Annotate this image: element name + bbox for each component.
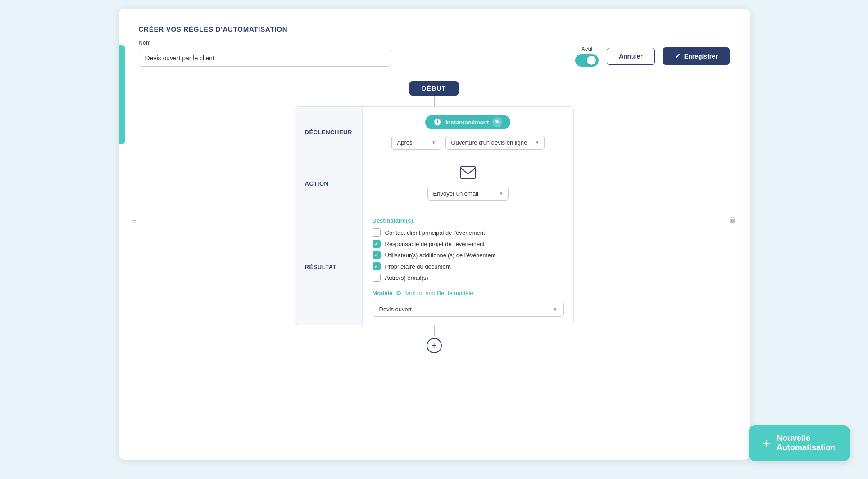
trigger-label-col: DÉCLENCHEUR	[295, 107, 363, 158]
email-icon	[460, 166, 476, 182]
checkbox-item-3[interactable]: ✓ Utilisateur(s) additionnel(s) de l'évé…	[373, 251, 496, 259]
drag-handle-icon[interactable]: ≡	[132, 215, 137, 226]
main-card: CRÉER VOS RÈGLES D'AUTOMATISATION Nom Ac…	[119, 9, 750, 460]
save-label: Enregistrer	[684, 53, 718, 60]
debut-badge: DÉBUT	[409, 81, 459, 96]
action-chevron-icon: ▾	[500, 191, 503, 196]
after-select[interactable]: Après ▾	[391, 136, 441, 150]
trash-icon[interactable]: 🗑	[729, 215, 737, 225]
active-group: Actif	[575, 46, 599, 67]
flow-line-bottom	[434, 325, 435, 336]
timing-edit-icon[interactable]: ✎	[492, 117, 502, 127]
checkbox-3[interactable]: ✓	[373, 251, 381, 259]
timing-label: Instantanément	[445, 119, 489, 126]
action-row: ACTION Envoyer un email ▾	[295, 158, 573, 209]
gear-icon[interactable]: ⚙	[396, 289, 402, 297]
flow-line-top	[434, 96, 435, 106]
model-select[interactable]: Devis ouvert ▾	[373, 302, 564, 317]
name-input[interactable]	[139, 50, 391, 67]
checkbox-label-2: Responsable de projet de l'événement	[385, 241, 485, 247]
save-check-icon: ✓	[675, 52, 681, 60]
name-field-group: Nom	[139, 39, 391, 67]
right-controls: Actif Annuler ✓ Enregistrer	[575, 46, 730, 67]
action-label: ACTION	[305, 180, 329, 187]
rule-table: DÉCLENCHEUR 🕐 Instantanément ✎ Après ▾	[295, 106, 574, 325]
event-select[interactable]: Ouverture d'un devis en ligne ▾	[445, 136, 545, 150]
checkbox-item-5[interactable]: Autre(s) email(s)	[373, 274, 428, 282]
active-toggle[interactable]	[575, 54, 599, 67]
model-chevron-icon: ▾	[554, 306, 557, 313]
timing-pill[interactable]: 🕐 Instantanément ✎	[425, 115, 510, 129]
recipients-label: Destinataire(s)	[373, 217, 413, 224]
check-icon-4: ✓	[374, 264, 378, 269]
checkbox-item-1[interactable]: Contact client principal de l'événement	[373, 228, 485, 237]
cancel-button[interactable]: Annuler	[607, 48, 655, 65]
action-select-label: Envoyer un email	[433, 190, 478, 197]
nouvelle-line1: Nouvelle	[777, 433, 836, 443]
active-label: Actif	[581, 46, 592, 52]
checkbox-2[interactable]: ✓	[373, 240, 381, 248]
action-label-col: ACTION	[295, 158, 363, 209]
nouvelle-automatisation-button[interactable]: + Nouvelle Automatisation	[749, 425, 850, 461]
model-value: Devis ouvert	[379, 306, 412, 313]
checkbox-label-3: Utilisateur(s) additionnel(s) de l'événe…	[385, 252, 496, 259]
form-row: Nom Actif Annuler ✓ Enregistrer	[139, 39, 730, 67]
name-label: Nom	[139, 39, 391, 46]
checkbox-4[interactable]: ✓	[373, 262, 381, 270]
checkbox-item-4[interactable]: ✓ Propriétaire du document	[373, 262, 451, 270]
clock-icon: 🕐	[433, 118, 442, 126]
flow-area: DÉBUT DÉCLENCHEUR 🕐 Instantanément ✎	[139, 81, 730, 353]
check-icon-2: ✓	[374, 241, 378, 247]
result-content: Destinataire(s) Contact client principal…	[363, 209, 573, 325]
checkbox-label-1: Contact client principal de l'événement	[385, 229, 485, 236]
nouvelle-line2: Automatisation	[777, 443, 836, 453]
dropdowns-row: Après ▾ Ouverture d'un devis en ligne ▾	[391, 136, 545, 150]
plus-line-wrap: +	[427, 325, 442, 353]
result-label: RÉSULTAT	[305, 264, 337, 270]
model-row: Modèle ⚙ Voir ou modifier le modèle	[373, 289, 473, 297]
add-step-button[interactable]: +	[427, 338, 442, 353]
event-label: Ouverture d'un devis en ligne	[451, 139, 527, 146]
model-link[interactable]: Voir ou modifier le modèle	[405, 290, 473, 297]
nouvelle-text: Nouvelle Automatisation	[777, 433, 836, 453]
action-content: Envoyer un email ▾	[363, 158, 573, 209]
trigger-label: DÉCLENCHEUR	[305, 129, 352, 136]
nouvelle-plus-icon: +	[763, 436, 770, 451]
page-title: CRÉER VOS RÈGLES D'AUTOMATISATION	[139, 25, 730, 33]
check-icon-3: ✓	[374, 252, 378, 258]
result-label-col: RÉSULTAT	[295, 209, 363, 325]
trigger-row: DÉCLENCHEUR 🕐 Instantanément ✎ Après ▾	[295, 107, 573, 158]
checkbox-item-2[interactable]: ✓ Responsable de projet de l'événement	[373, 240, 485, 248]
save-button[interactable]: ✓ Enregistrer	[663, 47, 730, 65]
checkbox-label-5: Autre(s) email(s)	[385, 274, 428, 281]
event-chevron-icon: ▾	[536, 140, 539, 146]
after-chevron-icon: ▾	[432, 140, 435, 146]
result-row: RÉSULTAT Destinataire(s) Contact client …	[295, 209, 573, 325]
trigger-content: 🕐 Instantanément ✎ Après ▾ Ouverture d'u…	[363, 107, 573, 158]
after-label: Après	[397, 139, 413, 146]
checkbox-1[interactable]	[373, 228, 381, 237]
checkbox-5[interactable]	[373, 274, 381, 282]
svg-rect-0	[460, 167, 476, 178]
checkbox-label-4: Propriétaire du document	[385, 263, 451, 270]
action-select[interactable]: Envoyer un email ▾	[427, 187, 509, 201]
model-label: Modèle	[373, 290, 393, 297]
